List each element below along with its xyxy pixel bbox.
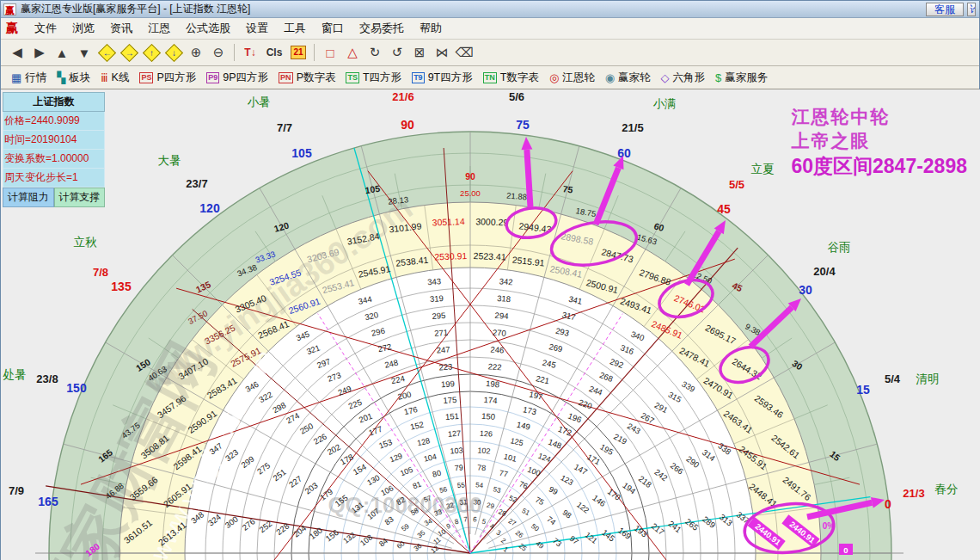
menu-item-江恩[interactable]: 江恩 — [140, 18, 178, 39]
svg-text:79: 79 — [454, 464, 463, 473]
step-up-button[interactable]: ↑ — [141, 43, 162, 62]
svg-text:151: 151 — [445, 411, 460, 422]
gann-wheel-label: 江恩轮 — [562, 71, 595, 85]
svg-text:21/5: 21/5 — [622, 121, 643, 134]
toolbar-main: ◀▶▲▼←→↑↓⊕⊖T↓Cls21□△↻↺⊠⋈⌫ — [1, 40, 979, 66]
svg-text:23/8: 23/8 — [36, 372, 58, 385]
svg-text:319: 319 — [430, 293, 444, 304]
svg-text:126: 126 — [480, 429, 493, 439]
t-square-icon: TS — [346, 72, 359, 83]
9t-square-button[interactable]: T99T四方形 — [412, 71, 473, 85]
nav-down-button[interactable]: ▼ — [74, 43, 95, 62]
box-select-button[interactable]: ⊠ — [409, 43, 430, 62]
menu-item-公式选股[interactable]: 公式选股 — [178, 18, 238, 39]
winner-service-button[interactable]: $赢家服务 — [715, 71, 768, 85]
menu-item-设置[interactable]: 设置 — [238, 18, 276, 39]
zoom-out-button[interactable]: ⊖ — [208, 43, 229, 62]
t-square-label: T四方形 — [363, 71, 401, 85]
nav-up-button[interactable]: ▲ — [52, 43, 72, 62]
kline-button[interactable]: ⅲK线 — [101, 71, 129, 85]
gann-wheel-chart-area: 赢家财富网www.yingjia360.comwww.yingjia360.co… — [1, 89, 980, 560]
svg-text:30: 30 — [799, 283, 812, 297]
time-row: 时间=20190104 — [3, 131, 105, 150]
menu-item-交易委托[interactable]: 交易委托 — [352, 18, 412, 39]
p-number-table-icon: PN — [279, 72, 293, 83]
calc-resistance-button[interactable]: 计算阻力 — [3, 188, 54, 207]
9p-square-icon: P9 — [206, 72, 219, 83]
menu-item-文件[interactable]: 文件 — [27, 18, 64, 39]
svg-text:春分: 春分 — [935, 483, 959, 495]
sectors-label: 板块 — [69, 71, 90, 85]
center-tool-button[interactable]: ⋈ — [432, 43, 452, 62]
menu-item-窗口[interactable]: 窗口 — [314, 18, 352, 39]
triangle-tool-button[interactable]: △ — [342, 43, 363, 62]
svg-text:23/7: 23/7 — [186, 177, 207, 190]
step-left-button[interactable]: ← — [96, 43, 117, 62]
nav-left-button[interactable]: ◀ — [7, 43, 28, 62]
hexagon-label: 六角形 — [673, 71, 706, 85]
winner-wheel-button[interactable]: ◉赢家轮 — [605, 71, 651, 85]
svg-text:60: 60 — [617, 146, 631, 160]
instrument-name: 上证指数 — [3, 92, 105, 112]
window-title: 赢家江恩专业版[赢家服务平台] - [上证指数 江恩轮] — [21, 2, 250, 16]
cls-button[interactable]: Cls — [262, 43, 286, 62]
gann-wheel-button[interactable]: ◎江恩轮 — [549, 71, 595, 85]
rotate-cw-button[interactable]: ↻ — [364, 43, 385, 62]
menu-item-浏览[interactable]: 浏览 — [64, 18, 102, 39]
winner-wheel-icon: ◉ — [605, 71, 615, 84]
svg-text:150: 150 — [66, 381, 87, 395]
application-window: 赢 赢家江恩专业版[赢家服务平台] - [上证指数 江恩轮] 客服 论坛 赢 文… — [0, 0, 980, 560]
p-square-button[interactable]: PSP四方形 — [139, 71, 196, 85]
svg-text:30: 30 — [473, 498, 481, 507]
svg-text:处暑: 处暑 — [3, 368, 27, 381]
zoom-in-button[interactable]: ⊕ — [186, 43, 206, 62]
customer-service-button[interactable]: 客服 — [926, 3, 964, 16]
rotate-ccw-button[interactable]: ↺ — [387, 43, 407, 62]
p-number-table-label: P数字表 — [297, 71, 336, 85]
svg-text:342: 342 — [499, 276, 513, 286]
highlight-arrow — [527, 150, 530, 207]
svg-text:15: 15 — [856, 383, 870, 397]
svg-text:90: 90 — [401, 118, 414, 132]
calc-support-button[interactable]: 计算支撑 — [54, 188, 106, 207]
svg-text:198: 198 — [486, 378, 500, 389]
t-updown-button[interactable]: T↓ — [240, 43, 260, 62]
9p-square-button[interactable]: P99P四方形 — [206, 71, 268, 85]
title-bar: 赢 赢家江恩专业版[赢家服务平台] - [上证指数 江恩轮] 客服 论坛 — [1, 1, 979, 18]
hexagon-button[interactable]: ◇六角形 — [661, 71, 706, 85]
menu-item-工具[interactable]: 工具 — [276, 18, 314, 39]
nav-right-button[interactable]: ▶ — [29, 43, 50, 62]
svg-text:75: 75 — [562, 183, 573, 195]
step-down-button[interactable]: ↓ — [163, 43, 184, 62]
t-number-table-icon: TN — [483, 72, 497, 83]
svg-text:120: 120 — [199, 201, 220, 215]
menu-item-资讯[interactable]: 资讯 — [102, 18, 140, 39]
svg-text:大暑: 大暑 — [158, 154, 181, 167]
square-tool-button[interactable]: □ — [320, 43, 340, 62]
calendar-button[interactable]: 21 — [288, 43, 309, 62]
sectors-button[interactable]: ▚板块 — [57, 71, 90, 85]
svg-text:小暑: 小暑 — [248, 95, 271, 108]
quotes-button[interactable]: ▦行情 — [11, 71, 46, 85]
toolbar-views: ▦行情▚板块ⅲK线PSP四方形P99P四方形PNP数字表TST四方形T99T四方… — [1, 66, 979, 89]
app-logo-icon: 赢 — [3, 3, 16, 15]
svg-text:127: 127 — [448, 429, 462, 439]
price-row: 价格=2440.9099 — [3, 112, 105, 131]
svg-text:2530.91: 2530.91 — [434, 250, 468, 262]
svg-text:105: 105 — [291, 146, 312, 160]
winner-wheel-label: 赢家轮 — [618, 71, 651, 85]
forum-button[interactable]: 论坛 — [967, 3, 976, 16]
p-number-table-button[interactable]: PNP数字表 — [279, 71, 335, 85]
svg-text:222: 222 — [487, 361, 502, 372]
t-square-button[interactable]: TST四方形 — [346, 71, 401, 85]
erase-tool-button[interactable]: ⌫ — [454, 43, 475, 62]
svg-text:20/4: 20/4 — [813, 265, 836, 278]
p-square-icon: PS — [139, 72, 153, 83]
svg-text:174: 174 — [483, 395, 498, 405]
winner-service-label: 赢家服务 — [725, 71, 768, 85]
svg-text:247: 247 — [436, 344, 450, 354]
t-number-table-button[interactable]: TNT数字表 — [483, 71, 539, 85]
step-right-button[interactable]: → — [119, 43, 139, 62]
svg-text:318: 318 — [497, 293, 511, 304]
menu-item-帮助[interactable]: 帮助 — [412, 18, 450, 39]
